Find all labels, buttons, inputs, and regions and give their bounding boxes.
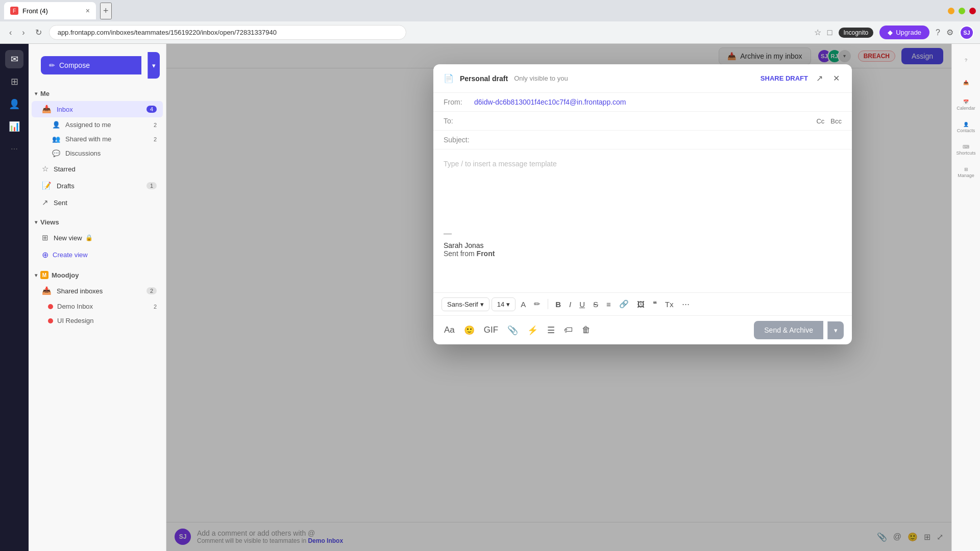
browser-tab[interactable]: F Front (4) × <box>4 2 96 19</box>
right-panel-manage[interactable]: ⊞ Manage <box>956 162 976 183</box>
manage-right-icon: ⊞ <box>964 167 968 172</box>
send-archive-button[interactable]: Send & Archive <box>754 321 823 339</box>
shared-inboxes-badge: 2 <box>146 287 157 294</box>
help-circle-icon: ? <box>965 58 967 63</box>
right-panel-help[interactable]: ? <box>956 50 976 70</box>
subject-input[interactable] <box>474 136 842 144</box>
right-panel-shortcuts[interactable]: ⌨ Shortcuts <box>956 140 976 160</box>
me-chevron-icon: ▾ <box>35 91 37 96</box>
right-panel-contacts[interactable]: 👤 Contacts <box>956 117 976 138</box>
list-button[interactable]: ≡ <box>603 297 614 311</box>
delete-button[interactable]: 🗑 <box>579 322 593 338</box>
sidebar-item-starred[interactable]: ☆ Starred <box>32 161 163 177</box>
bold-button[interactable]: B <box>552 297 564 311</box>
main-content: Open Archived Snoozed Tasks Spam 📥 Archi… <box>166 44 951 551</box>
font-family-select[interactable]: Sans-Serif ▾ <box>442 297 489 311</box>
more-format-button[interactable]: ⋯ <box>679 297 693 311</box>
bookmark-icon[interactable]: ☆ <box>814 28 821 37</box>
to-input[interactable] <box>474 117 816 125</box>
quote-button[interactable]: ❝ <box>650 297 660 311</box>
right-panel-calendar[interactable]: 📅 Calendar <box>956 95 976 115</box>
modal-body[interactable]: Type / to insert a message template — Sa… <box>433 149 852 292</box>
ui-redesign-dot <box>48 318 53 323</box>
signature-sent: Sent from Front <box>444 249 842 258</box>
minimize-button[interactable] <box>948 8 954 14</box>
favicon-icon: F <box>10 7 18 15</box>
modal-close-button[interactable]: ✕ <box>831 71 842 85</box>
inbox-badge: 4 <box>146 106 157 113</box>
app-icon-more[interactable]: ⋯ <box>5 140 23 158</box>
strikethrough-button[interactable]: S <box>590 297 601 311</box>
address-bar[interactable]: app.frontapp.com/inboxes/teammates/15619… <box>49 25 406 40</box>
tab-title: Front (4) <box>22 7 48 15</box>
from-field: From: d6idw-dc6b813001f4ec10c7f4@in.fron… <box>433 93 852 112</box>
emoji-button[interactable]: 🙂 <box>461 322 477 338</box>
maximize-button[interactable] <box>959 8 965 14</box>
moodjoy-group-header[interactable]: ▾ M Moodjoy <box>29 268 166 282</box>
sidebar-item-shared[interactable]: 👥 Shared with me 2 <box>32 132 163 146</box>
body-placeholder: Type / to insert a message template <box>444 160 842 168</box>
attachment-button[interactable]: 📎 <box>505 322 521 338</box>
modal-subtitle: Only visible to you <box>514 74 568 82</box>
share-draft-button[interactable]: SHARE DRAFT <box>761 74 808 82</box>
sidebar-item-inbox[interactable]: 📥 Inbox 4 <box>32 101 163 117</box>
clear-format-button[interactable]: Tx <box>662 297 677 311</box>
font-size-select[interactable]: 14 ▾ <box>492 297 516 311</box>
new-tab-button[interactable]: + <box>100 3 112 19</box>
template-button[interactable]: ☰ <box>545 322 557 338</box>
open-external-button[interactable]: ↗ <box>814 71 825 85</box>
compose-button[interactable]: ✏ Compose <box>41 56 141 74</box>
gif-button[interactable]: GIF <box>481 322 501 338</box>
sidebar-item-demo-inbox[interactable]: Demo Inbox 2 <box>32 299 163 313</box>
upgrade-button[interactable]: ◆ Upgrade <box>879 26 929 39</box>
shared-badge: 2 <box>154 136 157 142</box>
app-icon-analytics[interactable]: 📊 <box>5 117 23 136</box>
app-icon-board[interactable]: ⊞ <box>5 72 23 91</box>
app-icon-mail[interactable]: ✉ <box>5 50 23 68</box>
settings-icon[interactable]: ⚙ <box>946 28 953 37</box>
image-button[interactable]: 🖼 <box>634 297 648 311</box>
italic-button[interactable]: I <box>566 297 574 311</box>
sidebar-item-discussions[interactable]: 💬 Discussions <box>32 146 163 160</box>
lightning-button[interactable]: ⚡ <box>525 322 541 338</box>
app-icon-contacts[interactable]: 👤 <box>5 95 23 113</box>
link-button[interactable]: 🔗 <box>616 297 632 311</box>
sidebar-item-drafts[interactable]: 📝 Drafts 1 <box>32 178 163 194</box>
views-group-header[interactable]: ▾ Views <box>29 215 166 229</box>
forward-button[interactable]: › <box>19 25 28 40</box>
highlight-button[interactable]: ✏ <box>531 297 544 311</box>
extension-icon[interactable]: □ <box>827 28 832 37</box>
text-color-button[interactable]: A <box>518 297 529 311</box>
sidebar-item-sent[interactable]: ↗ Sent <box>32 194 163 211</box>
create-view-item[interactable]: ⊕ Create view <box>32 246 163 263</box>
signature-name: Sarah Jonas <box>444 241 842 249</box>
help-icon[interactable]: ? <box>936 28 940 37</box>
demo-inbox-badge: 2 <box>154 304 157 310</box>
sidebar-item-ui-redesign[interactable]: UI Redesign <box>32 314 163 328</box>
tag-button[interactable]: 🏷 <box>561 322 575 338</box>
underline-button[interactable]: U <box>576 297 588 311</box>
assigned-icon: 👤 <box>52 121 60 129</box>
me-group-header[interactable]: ▾ Me <box>29 87 166 101</box>
close-button[interactable] <box>969 8 976 14</box>
back-button[interactable]: ‹ <box>6 25 15 40</box>
me-section: ▾ Me 📥 Inbox 4 👤 Assigned to me 2 👥 Shar… <box>29 85 166 213</box>
user-avatar[interactable]: SJ <box>960 26 974 40</box>
moodjoy-logo: M <box>40 271 48 279</box>
compose-dropdown-button[interactable]: ▾ <box>148 52 160 79</box>
bcc-button[interactable]: Bcc <box>830 117 842 125</box>
text-size-button[interactable]: Aa <box>442 322 457 338</box>
sidebar-item-new-view[interactable]: ⊞ New view 🔒 <box>32 230 163 246</box>
shared-icon: 👥 <box>52 135 60 143</box>
send-dropdown-button[interactable]: ▾ <box>827 321 844 339</box>
refresh-button[interactable]: ↻ <box>32 24 45 40</box>
subject-field: Subject: <box>433 131 852 149</box>
to-label: To: <box>444 117 474 125</box>
tab-close-btn[interactable]: × <box>86 7 90 15</box>
sidebar-item-shared-inboxes[interactable]: 📥 Shared inboxes 2 <box>32 283 163 299</box>
from-label: From: <box>444 98 474 106</box>
right-panel-archive[interactable]: 📥 <box>956 72 976 93</box>
demo-inbox-dot <box>48 304 53 309</box>
cc-button[interactable]: Cc <box>816 117 824 125</box>
sidebar-item-assigned[interactable]: 👤 Assigned to me 2 <box>32 118 163 132</box>
